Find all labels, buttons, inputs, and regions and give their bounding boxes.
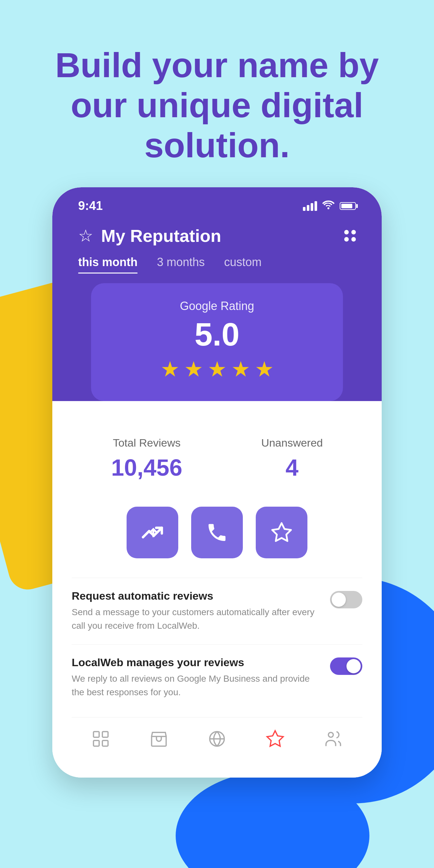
bottom-nav: [72, 717, 362, 765]
nav-grid[interactable]: [91, 729, 111, 748]
stats-row: Total Reviews 10,456 Unanswered 4: [72, 427, 362, 497]
stars-row: ★ ★ ★ ★ ★: [111, 357, 323, 382]
star-3: ★: [208, 357, 227, 382]
nav-globe-icon: [207, 729, 227, 748]
app-title-row: ☆ My Reputation: [72, 219, 362, 249]
svg-rect-0: [94, 732, 99, 738]
phone-body: Total Reviews 10,456 Unanswered 4: [52, 401, 382, 778]
auto-reviews-desc: Send a message to your customers automat…: [72, 606, 317, 632]
nav-store-icon: [149, 729, 168, 748]
status-icons: [303, 200, 356, 212]
nav-grid-icon: [91, 729, 111, 748]
auto-reviews-title: Request automatic reviews: [72, 590, 317, 602]
star-2: ★: [184, 357, 203, 382]
rating-number: 5.0: [111, 318, 323, 350]
svg-rect-3: [102, 740, 108, 746]
star-outline-icon: ☆: [78, 227, 93, 244]
phone-button[interactable]: [191, 507, 243, 558]
action-buttons: [72, 507, 362, 558]
rating-label: Google Rating: [111, 299, 323, 313]
phone-icon: [206, 521, 228, 544]
toggle-knob: [346, 659, 361, 673]
localweb-toggle[interactable]: [330, 657, 362, 675]
signal-icon: [303, 201, 317, 211]
phone-header: 9:41: [52, 187, 382, 401]
tab-3-months[interactable]: 3 months: [157, 255, 205, 274]
hero-title: Build your name by our unique digital so…: [26, 45, 408, 166]
localweb-desc: We reply to all reviews on Google My Bus…: [72, 672, 317, 699]
trending-up-icon: [141, 521, 164, 544]
filter-tabs: this month 3 months custom: [72, 249, 362, 274]
app-title-left: ☆ My Reputation: [78, 226, 221, 246]
total-reviews-stat: Total Reviews 10,456: [111, 437, 182, 481]
star-5: ★: [255, 357, 274, 382]
svg-rect-2: [94, 740, 99, 746]
nav-star-icon: [266, 729, 285, 748]
hero-section: Build your name by our unique digital so…: [26, 45, 408, 166]
localweb-toggle-row: LocalWeb manages your reviews We reply t…: [72, 644, 362, 711]
localweb-text: LocalWeb manages your reviews We reply t…: [72, 656, 330, 699]
total-reviews-value: 10,456: [111, 454, 182, 481]
grid-dot: [344, 230, 349, 235]
unanswered-value: 4: [261, 454, 323, 481]
wifi-icon: [322, 200, 335, 212]
star-button[interactable]: [256, 507, 307, 558]
battery-icon: [340, 202, 356, 210]
signal-bar-1: [303, 207, 306, 211]
toggle-knob: [332, 593, 346, 607]
status-time: 9:41: [78, 199, 103, 213]
grid-dot: [351, 237, 356, 242]
grid-dot: [344, 237, 349, 242]
phone-mockup: 9:41: [52, 187, 382, 778]
status-bar: 9:41: [72, 187, 362, 219]
auto-reviews-toggle-row: Request automatic reviews Send a message…: [72, 578, 362, 644]
unanswered-stat: Unanswered 4: [261, 437, 323, 481]
nav-people-icon: [323, 729, 343, 748]
signal-bar-3: [311, 203, 313, 211]
signal-bar-4: [314, 201, 317, 211]
battery-fill: [341, 204, 352, 208]
nav-star[interactable]: [266, 729, 285, 748]
grid-dot: [351, 230, 356, 235]
total-reviews-label: Total Reviews: [111, 437, 182, 449]
svg-point-5: [329, 733, 333, 737]
tab-custom[interactable]: custom: [224, 255, 261, 274]
star-1: ★: [160, 357, 180, 382]
star-4: ★: [231, 357, 250, 382]
tab-this-month[interactable]: this month: [78, 255, 137, 274]
signal-bar-2: [307, 205, 309, 211]
nav-store[interactable]: [149, 729, 168, 748]
star-icon: [270, 521, 293, 544]
phone-frame: 9:41: [52, 187, 382, 778]
grid-menu-icon[interactable]: [344, 230, 356, 242]
nav-globe[interactable]: [207, 729, 227, 748]
auto-reviews-toggle[interactable]: [330, 591, 362, 609]
auto-reviews-text: Request automatic reviews Send a message…: [72, 590, 330, 632]
unanswered-label: Unanswered: [261, 437, 323, 449]
localweb-title: LocalWeb manages your reviews: [72, 656, 317, 669]
svg-rect-1: [102, 732, 108, 738]
rating-card: Google Rating 5.0 ★ ★ ★ ★ ★: [91, 283, 343, 401]
trending-button[interactable]: [127, 507, 178, 558]
nav-people[interactable]: [323, 729, 343, 748]
app-title: My Reputation: [101, 226, 221, 246]
